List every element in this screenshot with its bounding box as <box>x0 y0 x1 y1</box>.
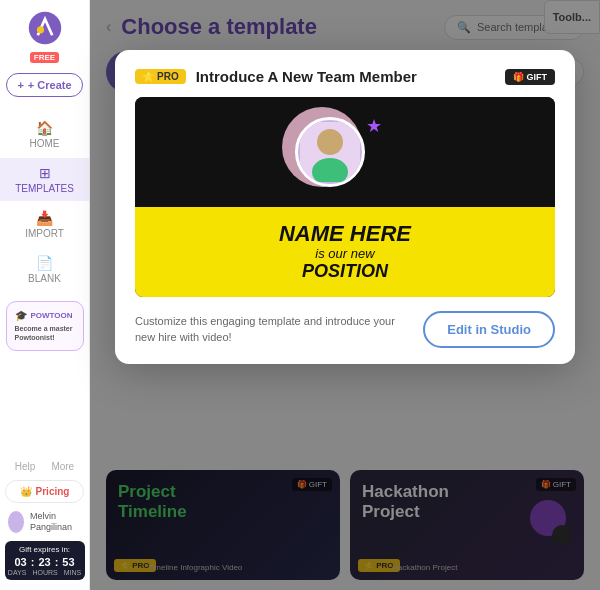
avatar <box>8 511 24 533</box>
pricing-button[interactable]: 👑 Pricing <box>5 480 85 503</box>
svg-point-3 <box>317 129 343 155</box>
svg-point-1 <box>36 26 43 33</box>
modal-header: ⭐ PRO Introduce A New Team Member 🎁 GIFT <box>135 68 555 85</box>
crown-icon: 👑 <box>20 486 32 497</box>
user-name: Melvin Pangilinan <box>30 511 81 533</box>
academy-label: Become a masterPowtoonist! <box>15 324 75 342</box>
preview-avatar <box>295 117 365 187</box>
help-row: Help More <box>15 461 74 472</box>
plus-icon: + <box>17 79 23 91</box>
sidebar: FREE + + Create 🏠 HOME ⊞ TEMPLATES 📥 IMP… <box>0 0 90 590</box>
modal-title: Introduce A New Team Member <box>196 68 495 85</box>
gift-banner: Gift expires in: 03 : 23 : 53 DAYS HOURS… <box>5 541 85 580</box>
template-modal: ⭐ PRO Introduce A New Team Member 🎁 GIFT… <box>115 50 575 364</box>
preview-top: ★ <box>135 97 555 207</box>
help-link[interactable]: Help <box>15 461 36 472</box>
timer-labels: DAYS HOURS MINS <box>11 569 79 576</box>
star-icon: ⭐ <box>142 71 154 82</box>
home-icon: 🏠 <box>36 120 53 136</box>
create-button[interactable]: + + Create <box>6 73 82 97</box>
free-badge: FREE <box>30 52 59 63</box>
gift-timer: 03 : 23 : 53 <box>11 556 79 568</box>
more-link[interactable]: More <box>51 461 74 472</box>
preview-bottom: Name Here is our new POSITION <box>135 207 555 297</box>
preview-sub-line: is our new <box>279 246 411 262</box>
modal-footer: Customize this engaging template and int… <box>135 311 555 348</box>
import-icon: 📥 <box>36 210 53 226</box>
app-logo <box>27 10 63 46</box>
preview-pos-line: POSITION <box>279 261 411 282</box>
preview-star: ★ <box>366 115 382 137</box>
sidebar-item-templates[interactable]: ⊞ TEMPLATES <box>0 158 89 201</box>
sidebar-item-import[interactable]: 📥 IMPORT <box>0 203 89 246</box>
templates-icon: ⊞ <box>39 165 51 181</box>
gift-icon: 🎁 <box>513 72 524 82</box>
pro-badge: ⭐ PRO <box>135 69 186 84</box>
main-content: ‹ Choose a template 🔍 🖼 All Templates ⭐ … <box>90 0 600 590</box>
template-preview: ★ Name Here is our new POSITI <box>135 97 555 297</box>
modal-overlay: ⭐ PRO Introduce A New Team Member 🎁 GIFT… <box>90 0 600 590</box>
preview-text: Name Here is our new POSITION <box>279 222 411 283</box>
modal-description: Customize this engaging template and int… <box>135 314 413 345</box>
gift-badge: 🎁 GIFT <box>505 69 556 85</box>
blank-icon: 📄 <box>36 255 53 271</box>
user-row: Melvin Pangilinan <box>0 511 89 533</box>
sidebar-item-blank[interactable]: 📄 BLANK <box>0 248 89 291</box>
preview-name-line: Name Here <box>279 222 411 246</box>
edit-in-studio-button[interactable]: Edit in Studio <box>423 311 555 348</box>
academy-card: 🎓 POWTOON Become a masterPowtoonist! <box>6 301 84 351</box>
sidebar-bottom: Help More 👑 Pricing Melvin Pangilinan Gi… <box>0 461 89 590</box>
sidebar-item-home[interactable]: 🏠 HOME <box>0 113 89 156</box>
sidebar-nav: 🏠 HOME ⊞ TEMPLATES 📥 IMPORT 📄 BLANK <box>0 113 89 291</box>
